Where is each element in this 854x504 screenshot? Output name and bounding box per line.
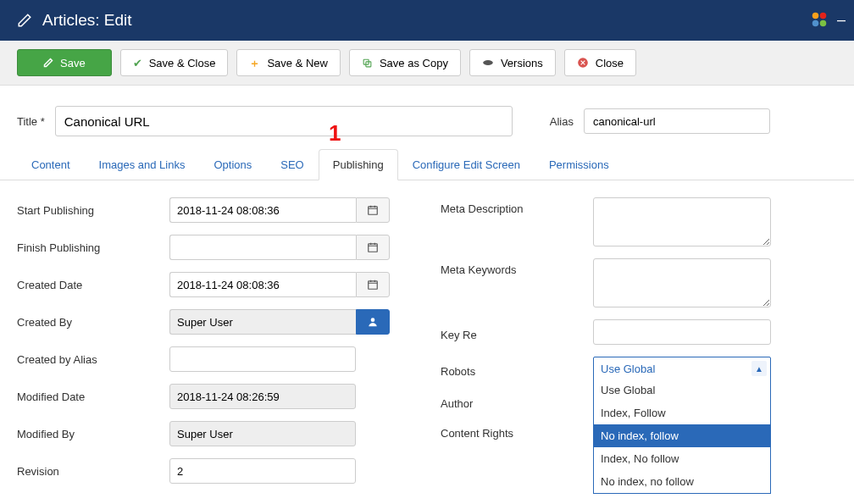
input-created-by: [169, 309, 356, 335]
label-created-by: Created By: [17, 316, 169, 329]
title-input[interactable]: [55, 106, 513, 136]
title-row: Title * Alias: [0, 86, 854, 141]
svg-rect-10: [369, 281, 378, 289]
row-created-date: Created Date: [17, 272, 407, 297]
label-meta-keywords: Meta Keywords: [441, 258, 593, 276]
option-noindex-nofollow[interactable]: No index, no follow: [594, 470, 770, 493]
input-created-date[interactable]: [169, 272, 356, 297]
calendar-button-start[interactable]: [356, 197, 390, 223]
row-modified-by: Modified By: [17, 421, 407, 446]
user-icon: [367, 316, 379, 328]
svg-rect-8: [369, 207, 378, 214]
label-created-by-alias: Created by Alias: [17, 353, 169, 366]
label-modified-date: Modified Date: [17, 390, 169, 403]
title-label: Title *: [17, 115, 45, 128]
page-title: Articles: Edit: [42, 11, 132, 30]
save-copy-button[interactable]: Save as Copy: [349, 49, 461, 76]
input-key-reference[interactable]: [593, 319, 771, 345]
label-key-reference: Key Re: [441, 324, 593, 341]
calendar-icon: [367, 204, 379, 216]
label-revision: Revision: [17, 465, 169, 478]
tabs: Content Images and Links Options SEO Pub…: [0, 141, 854, 180]
textarea-meta-description[interactable]: [593, 197, 771, 246]
svg-point-11: [371, 318, 375, 322]
tab-permissions[interactable]: Permissions: [535, 149, 624, 180]
row-finish-publishing: Finish Publishing: [17, 235, 407, 260]
option-index-nofollow[interactable]: Index, No follow: [594, 447, 770, 470]
tab-publishing[interactable]: Publishing: [319, 149, 398, 180]
calendar-icon: [367, 241, 379, 253]
label-robots: Robots: [441, 360, 593, 378]
row-key-reference: Key Re: [441, 319, 837, 345]
calendar-icon: [367, 279, 379, 291]
svg-point-6: [483, 60, 493, 65]
joomla-logo: –: [807, 7, 846, 32]
svg-point-0: [812, 13, 819, 19]
svg-point-2: [812, 20, 819, 27]
left-column: Start Publishing Finish Publishing Creat…: [17, 197, 407, 484]
label-meta-description: Meta Description: [441, 197, 593, 215]
label-modified-by: Modified By: [17, 428, 169, 440]
select-robots-value: Use Global: [601, 363, 655, 375]
label-author: Author: [441, 392, 593, 410]
pencil-icon: [17, 13, 32, 28]
row-meta-keywords: Meta Keywords: [441, 258, 837, 307]
svg-point-1: [820, 13, 827, 19]
apply-icon: [43, 58, 53, 68]
row-created-by: Created By: [17, 309, 407, 335]
alias-label: Alias: [550, 115, 574, 128]
calendar-button-finish[interactable]: [356, 235, 390, 260]
label-finish-publishing: Finish Publishing: [17, 241, 169, 254]
save-button[interactable]: Save: [17, 49, 112, 76]
toolbar: Save ✔ Save & Close ＋ Save & New Save as…: [0, 41, 854, 86]
input-created-by-alias[interactable]: [169, 346, 356, 372]
check-icon: ✔: [133, 58, 142, 69]
dropdown-robots: Use Global Index, Follow No index, follo…: [593, 379, 771, 494]
option-noindex-follow[interactable]: No index, follow: [594, 424, 770, 447]
input-start-publishing[interactable]: [169, 197, 356, 223]
row-start-publishing: Start Publishing: [17, 197, 407, 223]
close-button[interactable]: Close: [564, 49, 636, 76]
row-robots: Robots Use Global ▲ Use Global Index, Fo…: [441, 357, 837, 380]
svg-point-3: [820, 20, 827, 27]
versions-icon: [482, 58, 494, 67]
input-revision[interactable]: [169, 458, 356, 484]
option-index-follow[interactable]: Index, Follow: [594, 402, 770, 424]
calendar-button-created[interactable]: [356, 272, 390, 297]
row-revision: Revision: [17, 458, 407, 484]
input-modified-date: [169, 384, 356, 409]
versions-button[interactable]: Versions: [469, 49, 556, 76]
user-select-button[interactable]: [356, 309, 390, 335]
save-new-button[interactable]: ＋ Save & New: [236, 49, 341, 76]
option-use-global[interactable]: Use Global: [594, 379, 770, 402]
right-column: Meta Description Meta Keywords Key Re Ro…: [441, 197, 837, 484]
select-robots[interactable]: Use Global ▲: [593, 357, 771, 380]
copy-icon: [362, 58, 373, 69]
row-modified-date: Modified Date: [17, 384, 407, 409]
cancel-icon: [577, 57, 589, 69]
label-start-publishing: Start Publishing: [17, 204, 169, 217]
label-created-date: Created Date: [17, 279, 169, 291]
chevron-up-icon: ▲: [751, 361, 767, 376]
tab-images[interactable]: Images and Links: [85, 149, 200, 180]
input-modified-by: [169, 421, 356, 446]
tab-seo[interactable]: SEO: [266, 149, 318, 180]
form-area: Start Publishing Finish Publishing Creat…: [0, 180, 854, 501]
alias-input[interactable]: [584, 108, 770, 134]
tab-options[interactable]: Options: [199, 149, 266, 180]
svg-rect-9: [369, 244, 378, 252]
save-close-button[interactable]: ✔ Save & Close: [120, 49, 229, 76]
page-header: Articles: Edit –: [0, 0, 854, 41]
tab-content[interactable]: Content: [17, 149, 85, 180]
label-content-rights: Content Rights: [441, 422, 593, 440]
tab-configure[interactable]: Configure Edit Screen: [398, 149, 535, 180]
textarea-meta-keywords[interactable]: [593, 258, 771, 307]
row-created-by-alias: Created by Alias: [17, 346, 407, 372]
input-finish-publishing[interactable]: [169, 235, 356, 260]
plus-icon: ＋: [249, 58, 260, 69]
row-meta-description: Meta Description: [441, 197, 837, 246]
